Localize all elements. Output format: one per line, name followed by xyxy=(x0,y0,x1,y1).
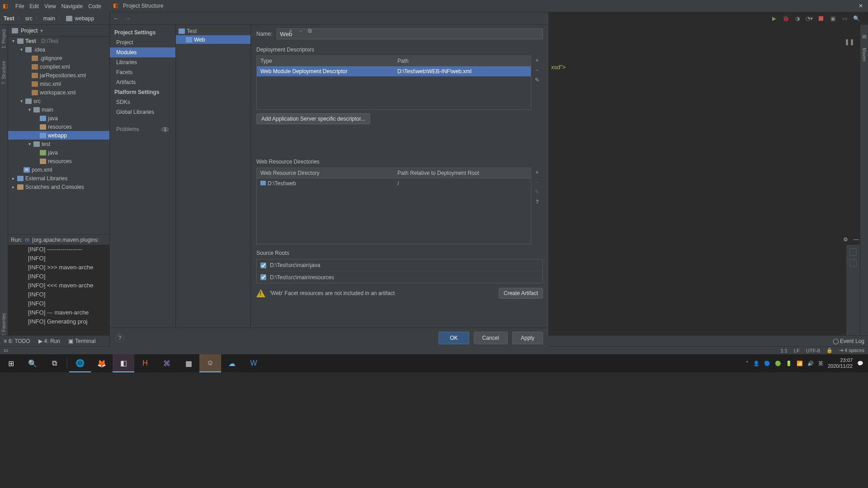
ps-wrd-table[interactable]: Web Resource Directory Path Relative to … xyxy=(256,168,531,244)
toolbar-search-icon[interactable]: 🔍 xyxy=(853,15,860,22)
ps-remove-icon[interactable]: － xyxy=(298,27,303,35)
ps-cat-globlib[interactable]: Global Libraries xyxy=(110,107,175,117)
cancel-button[interactable]: Cancel xyxy=(474,332,508,344)
tray-volume-icon[interactable]: 🔊 xyxy=(807,361,814,366)
tray-network-icon[interactable]: 📶 xyxy=(797,361,803,366)
ps-cat-libraries[interactable]: Libraries xyxy=(110,57,175,67)
toolbar-layout-icon[interactable]: ▭ xyxy=(841,15,848,22)
breadcrumb-webapp[interactable]: webapp xyxy=(75,15,94,22)
ps-cat-problems[interactable]: Problems 1 xyxy=(110,124,175,134)
tray-clock[interactable]: 23:07 2020/11/22 xyxy=(828,357,853,369)
tb-app-avatar[interactable]: ☺ xyxy=(199,354,221,372)
tree-java[interactable]: java xyxy=(48,115,58,122)
run-scroll-icon[interactable] xyxy=(849,259,857,267)
ps-dd-remove-icon[interactable]: － xyxy=(533,66,541,74)
project-tree[interactable]: ▾Test D:\Test ▾.idea .gitignore compiler… xyxy=(8,37,109,234)
tray-notifications-icon[interactable]: 💬 xyxy=(857,361,863,366)
ps-wrd-add-icon[interactable]: ＋ xyxy=(533,169,541,176)
ok-button[interactable]: OK xyxy=(439,332,469,344)
tree-compiler[interactable]: compiler.xml xyxy=(40,64,70,70)
tree-pom[interactable]: pom.xml xyxy=(32,167,52,173)
status-indent[interactable]: ⇥ 4 spaces xyxy=(839,347,864,353)
stripe-maven[interactable]: Maven xyxy=(862,48,867,61)
tb-app-cloud[interactable]: ☁ xyxy=(221,354,243,372)
ps-dd-add-icon[interactable]: ＋ xyxy=(533,56,541,64)
ps-dd-table[interactable]: Type Path Web Module Deployment Descript… xyxy=(256,56,531,110)
tree-resources[interactable]: resources xyxy=(48,124,72,130)
ps-sr1-check[interactable] xyxy=(260,263,266,268)
tree-workspace[interactable]: workspace.xml xyxy=(40,89,75,96)
chevron-down-icon[interactable]: ▾ xyxy=(40,28,43,34)
ps-cat-project[interactable]: Project xyxy=(110,38,175,47)
stripe-db-icon[interactable]: ▤ xyxy=(862,34,866,39)
tb-vs[interactable]: ⌘ xyxy=(156,354,178,372)
tb-edge[interactable]: 🌐 xyxy=(69,354,91,372)
ps-add-descriptor-button[interactable]: Add Application Server specific descript… xyxy=(256,113,370,124)
tree-misc[interactable]: misc.xml xyxy=(40,81,61,87)
tray-icon[interactable]: 👤 xyxy=(753,361,760,366)
ps-cat-modules[interactable]: Modules xyxy=(110,47,175,57)
ps-wrd-help-icon[interactable]: ? xyxy=(533,198,541,206)
tb-start[interactable]: ⊞ xyxy=(0,354,22,372)
toolbar-debug-icon[interactable]: 🐞 xyxy=(782,15,789,22)
ps-cat-sdks[interactable]: SDKs xyxy=(110,97,175,107)
menu-file[interactable]: File xyxy=(15,3,24,9)
bb-todo[interactable]: ≡ 6: TODO xyxy=(4,338,30,344)
tree-webapp[interactable]: webapp xyxy=(48,132,67,139)
bb-run[interactable]: ▶ 4: Run xyxy=(38,338,60,344)
tree-test[interactable]: test xyxy=(42,141,50,147)
status-lock-icon[interactable]: 🔒 xyxy=(826,347,833,353)
stripe-favorites[interactable]: 2: Favorites xyxy=(1,313,6,337)
project-toolwindow-title[interactable]: Project xyxy=(21,28,38,34)
run-minimize-icon[interactable]: — xyxy=(853,236,860,243)
tree-test-java[interactable]: java xyxy=(48,150,58,156)
ps-sr2-check[interactable] xyxy=(260,274,266,280)
status-pos[interactable]: 1:1 xyxy=(781,348,788,353)
tb-app-w[interactable]: W xyxy=(243,354,264,372)
tree-gitignore[interactable]: .gitignore xyxy=(40,55,62,61)
tree-jarrepos[interactable]: jarRepositories.xml xyxy=(40,72,86,79)
tb-search[interactable]: 🔍 xyxy=(22,354,43,372)
tb-taskview[interactable]: ⧉ xyxy=(43,354,65,372)
status-enc[interactable]: UTF-8 xyxy=(806,348,820,353)
ps-module-tree[interactable]: Test Web xyxy=(176,25,251,328)
tb-app-h[interactable]: H xyxy=(134,354,156,372)
ps-forward-icon[interactable]: → xyxy=(125,15,131,22)
menu-navigate[interactable]: Navigate xyxy=(61,3,83,9)
create-artifact-button[interactable]: Create Artifact xyxy=(499,288,543,299)
menu-view[interactable]: View xyxy=(44,3,56,9)
run-config-name[interactable]: [org.apache.maven.plugins: xyxy=(32,237,99,243)
status-le[interactable]: LF xyxy=(794,348,800,353)
stripe-project[interactable]: 1: Project xyxy=(1,29,6,48)
toolbar-run-icon[interactable]: ▶ xyxy=(770,15,778,22)
run-settings-icon[interactable]: ⚙ xyxy=(842,236,849,243)
toolbar-profile-icon[interactable]: ◔▾ xyxy=(806,15,813,22)
editor-area[interactable]: ❚❚ xsd"> xyxy=(548,37,860,234)
bb-eventlog[interactable]: ◯ Event Log xyxy=(833,338,864,344)
bb-terminal[interactable]: ▣ Terminal xyxy=(68,338,95,344)
status-left-icon[interactable]: ▭ xyxy=(4,347,8,353)
tray-icon[interactable]: 🟢 xyxy=(775,361,781,366)
ps-wrd-row[interactable]: D:\Test\web / xyxy=(257,178,531,188)
tray-icon[interactable]: 🔵 xyxy=(764,361,770,366)
toolbar-attach-icon[interactable]: ▣ xyxy=(829,15,836,22)
breadcrumb-main[interactable]: main xyxy=(43,15,55,22)
ps-cat-facets[interactable]: Facets xyxy=(110,67,175,77)
editor-pause-icon[interactable]: ❚❚ xyxy=(844,38,854,45)
tree-scratches[interactable]: Scratches and Consoles xyxy=(25,184,84,190)
stripe-structure[interactable]: 7: Structure xyxy=(1,61,6,84)
dialog-close-icon[interactable]: ✕ xyxy=(857,3,864,9)
tray-battery-icon[interactable]: 🔋 xyxy=(786,361,792,366)
tree-idea[interactable]: .idea xyxy=(33,47,45,53)
breadcrumb-root[interactable]: Test xyxy=(4,15,14,22)
ps-mod-web[interactable]: Web xyxy=(194,37,205,43)
tree-src[interactable]: src xyxy=(33,98,41,104)
tb-firefox[interactable]: 🦊 xyxy=(91,354,113,372)
tb-app-grid[interactable]: ▦ xyxy=(178,354,199,372)
breadcrumb-src[interactable]: src xyxy=(25,15,33,22)
tree-test-resources[interactable]: resources xyxy=(48,158,72,164)
ps-cat-artifacts[interactable]: Artifacts xyxy=(110,77,175,87)
tray-chevron-up-icon[interactable]: ˄ xyxy=(746,361,749,366)
ps-add-icon[interactable]: ＋ xyxy=(288,27,293,35)
ps-copy-icon[interactable]: ⧉ xyxy=(308,28,312,34)
